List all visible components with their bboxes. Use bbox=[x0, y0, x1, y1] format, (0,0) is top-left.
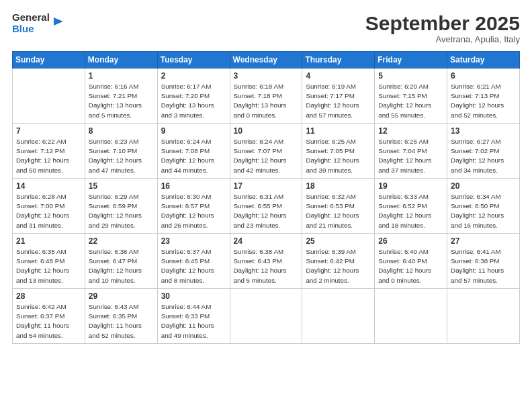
day-number: 26 bbox=[378, 236, 443, 246]
calendar-week-row: 21Sunrise: 6:35 AMSunset: 6:48 PMDayligh… bbox=[13, 234, 520, 289]
day-info: Sunrise: 6:38 AMSunset: 6:43 PMDaylight:… bbox=[234, 247, 299, 285]
day-info: Sunrise: 6:37 AMSunset: 6:45 PMDaylight:… bbox=[161, 247, 226, 285]
calendar-cell: 14Sunrise: 6:28 AMSunset: 7:00 PMDayligh… bbox=[13, 179, 85, 234]
day-number: 5 bbox=[378, 71, 443, 81]
day-number: 30 bbox=[161, 291, 226, 301]
title-block: September 2025 Avetrana, Apulia, Italy bbox=[365, 12, 520, 44]
day-number: 12 bbox=[378, 126, 443, 136]
logo-icon bbox=[52, 16, 64, 31]
day-info: Sunrise: 6:41 AMSunset: 6:38 PMDaylight:… bbox=[451, 247, 516, 285]
header-monday: Monday bbox=[85, 52, 157, 68]
day-info: Sunrise: 6:26 AMSunset: 7:04 PMDaylight:… bbox=[378, 137, 443, 175]
day-info: Sunrise: 6:23 AMSunset: 7:10 PMDaylight:… bbox=[89, 137, 154, 175]
calendar-cell: 6Sunrise: 6:21 AMSunset: 7:13 PMDaylight… bbox=[447, 68, 520, 124]
day-info: Sunrise: 6:24 AMSunset: 7:07 PMDaylight:… bbox=[234, 137, 299, 175]
calendar-cell: 29Sunrise: 6:43 AMSunset: 6:35 PMDayligh… bbox=[85, 289, 157, 344]
calendar-page: General Blue September 2025 Avetrana, Ap… bbox=[0, 0, 532, 411]
day-info: Sunrise: 6:34 AMSunset: 6:50 PMDaylight:… bbox=[451, 192, 516, 230]
day-number: 27 bbox=[451, 236, 516, 246]
day-info: Sunrise: 6:25 AMSunset: 7:05 PMDaylight:… bbox=[306, 137, 371, 175]
calendar-cell: 4Sunrise: 6:19 AMSunset: 7:17 PMDaylight… bbox=[302, 68, 375, 124]
day-info: Sunrise: 6:18 AMSunset: 7:18 PMDaylight:… bbox=[234, 82, 299, 120]
calendar-cell: 22Sunrise: 6:36 AMSunset: 6:47 PMDayligh… bbox=[85, 234, 157, 289]
calendar-cell: 11Sunrise: 6:25 AMSunset: 7:05 PMDayligh… bbox=[302, 124, 375, 179]
day-number: 7 bbox=[16, 126, 81, 136]
calendar-cell: 20Sunrise: 6:34 AMSunset: 6:50 PMDayligh… bbox=[447, 179, 520, 234]
month-title: September 2025 bbox=[365, 12, 520, 34]
day-info: Sunrise: 6:43 AMSunset: 6:35 PMDaylight:… bbox=[89, 302, 154, 340]
calendar-cell: 15Sunrise: 6:29 AMSunset: 6:59 PMDayligh… bbox=[85, 179, 157, 234]
calendar-week-row: 7Sunrise: 6:22 AMSunset: 7:12 PMDaylight… bbox=[13, 124, 520, 179]
day-number: 24 bbox=[234, 236, 299, 246]
day-number: 4 bbox=[306, 71, 371, 81]
header-tuesday: Tuesday bbox=[157, 52, 230, 68]
calendar-cell: 8Sunrise: 6:23 AMSunset: 7:10 PMDaylight… bbox=[85, 124, 157, 179]
calendar-week-row: 14Sunrise: 6:28 AMSunset: 7:00 PMDayligh… bbox=[13, 179, 520, 234]
calendar-table: Sunday Monday Tuesday Wednesday Thursday… bbox=[12, 51, 520, 344]
day-number: 10 bbox=[234, 126, 299, 136]
day-number: 6 bbox=[451, 71, 516, 81]
header-thursday: Thursday bbox=[302, 52, 375, 68]
calendar-week-row: 28Sunrise: 6:42 AMSunset: 6:37 PMDayligh… bbox=[13, 289, 520, 344]
day-info: Sunrise: 6:22 AMSunset: 7:12 PMDaylight:… bbox=[16, 137, 81, 175]
day-info: Sunrise: 6:19 AMSunset: 7:17 PMDaylight:… bbox=[306, 82, 371, 120]
day-number: 22 bbox=[89, 236, 154, 246]
calendar-cell: 26Sunrise: 6:40 AMSunset: 6:40 PMDayligh… bbox=[375, 234, 447, 289]
logo-line2: Blue bbox=[12, 24, 50, 35]
header-sunday: Sunday bbox=[13, 52, 85, 68]
calendar-cell: 28Sunrise: 6:42 AMSunset: 6:37 PMDayligh… bbox=[13, 289, 85, 344]
calendar-cell: 1Sunrise: 6:16 AMSunset: 7:21 PMDaylight… bbox=[85, 68, 157, 124]
day-info: Sunrise: 6:27 AMSunset: 7:02 PMDaylight:… bbox=[451, 137, 516, 175]
day-number: 23 bbox=[161, 236, 226, 246]
calendar-cell bbox=[230, 289, 302, 344]
day-number: 25 bbox=[306, 236, 371, 246]
calendar-cell: 23Sunrise: 6:37 AMSunset: 6:45 PMDayligh… bbox=[157, 234, 230, 289]
day-info: Sunrise: 6:40 AMSunset: 6:40 PMDaylight:… bbox=[378, 247, 443, 285]
calendar-cell bbox=[375, 289, 447, 344]
location-subtitle: Avetrana, Apulia, Italy bbox=[365, 34, 520, 44]
calendar-cell: 27Sunrise: 6:41 AMSunset: 6:38 PMDayligh… bbox=[447, 234, 520, 289]
calendar-cell: 13Sunrise: 6:27 AMSunset: 7:02 PMDayligh… bbox=[447, 124, 520, 179]
weekday-row: Sunday Monday Tuesday Wednesday Thursday… bbox=[13, 52, 520, 68]
day-info: Sunrise: 6:44 AMSunset: 6:33 PMDaylight:… bbox=[161, 302, 226, 340]
day-number: 18 bbox=[306, 181, 371, 191]
day-info: Sunrise: 6:42 AMSunset: 6:37 PMDaylight:… bbox=[16, 302, 81, 340]
calendar-cell: 30Sunrise: 6:44 AMSunset: 6:33 PMDayligh… bbox=[157, 289, 230, 344]
calendar-cell bbox=[13, 68, 85, 124]
calendar-cell: 17Sunrise: 6:31 AMSunset: 6:55 PMDayligh… bbox=[230, 179, 302, 234]
day-info: Sunrise: 6:30 AMSunset: 6:57 PMDaylight:… bbox=[161, 192, 226, 230]
day-info: Sunrise: 6:28 AMSunset: 7:00 PMDaylight:… bbox=[16, 192, 81, 230]
calendar-cell: 25Sunrise: 6:39 AMSunset: 6:42 PMDayligh… bbox=[302, 234, 375, 289]
calendar-cell bbox=[447, 289, 520, 344]
day-number: 13 bbox=[451, 126, 516, 136]
day-number: 3 bbox=[234, 71, 299, 81]
calendar-header: Sunday Monday Tuesday Wednesday Thursday… bbox=[13, 52, 520, 68]
day-number: 11 bbox=[306, 126, 371, 136]
calendar-cell: 10Sunrise: 6:24 AMSunset: 7:07 PMDayligh… bbox=[230, 124, 302, 179]
day-number: 2 bbox=[161, 71, 226, 81]
calendar-cell: 12Sunrise: 6:26 AMSunset: 7:04 PMDayligh… bbox=[375, 124, 447, 179]
calendar-cell: 3Sunrise: 6:18 AMSunset: 7:18 PMDaylight… bbox=[230, 68, 302, 124]
day-info: Sunrise: 6:16 AMSunset: 7:21 PMDaylight:… bbox=[89, 82, 154, 120]
header-friday: Friday bbox=[375, 52, 447, 68]
svg-marker-0 bbox=[54, 17, 63, 26]
day-info: Sunrise: 6:35 AMSunset: 6:48 PMDaylight:… bbox=[16, 247, 81, 285]
day-number: 21 bbox=[16, 236, 81, 246]
calendar-cell: 9Sunrise: 6:24 AMSunset: 7:08 PMDaylight… bbox=[157, 124, 230, 179]
header-wednesday: Wednesday bbox=[230, 52, 302, 68]
calendar-cell: 7Sunrise: 6:22 AMSunset: 7:12 PMDaylight… bbox=[13, 124, 85, 179]
day-info: Sunrise: 6:29 AMSunset: 6:59 PMDaylight:… bbox=[89, 192, 154, 230]
day-info: Sunrise: 6:31 AMSunset: 6:55 PMDaylight:… bbox=[234, 192, 299, 230]
calendar-cell: 2Sunrise: 6:17 AMSunset: 7:20 PMDaylight… bbox=[157, 68, 230, 124]
day-info: Sunrise: 6:39 AMSunset: 6:42 PMDaylight:… bbox=[306, 247, 371, 285]
day-number: 28 bbox=[16, 291, 81, 301]
page-header: General Blue September 2025 Avetrana, Ap… bbox=[12, 12, 520, 44]
calendar-week-row: 1Sunrise: 6:16 AMSunset: 7:21 PMDaylight… bbox=[13, 68, 520, 124]
day-number: 14 bbox=[16, 181, 81, 191]
calendar-cell: 18Sunrise: 6:32 AMSunset: 6:53 PMDayligh… bbox=[302, 179, 375, 234]
header-saturday: Saturday bbox=[447, 52, 520, 68]
calendar-cell: 24Sunrise: 6:38 AMSunset: 6:43 PMDayligh… bbox=[230, 234, 302, 289]
calendar-cell bbox=[302, 289, 375, 344]
calendar-cell: 5Sunrise: 6:20 AMSunset: 7:15 PMDaylight… bbox=[375, 68, 447, 124]
day-info: Sunrise: 6:17 AMSunset: 7:20 PMDaylight:… bbox=[161, 82, 226, 120]
